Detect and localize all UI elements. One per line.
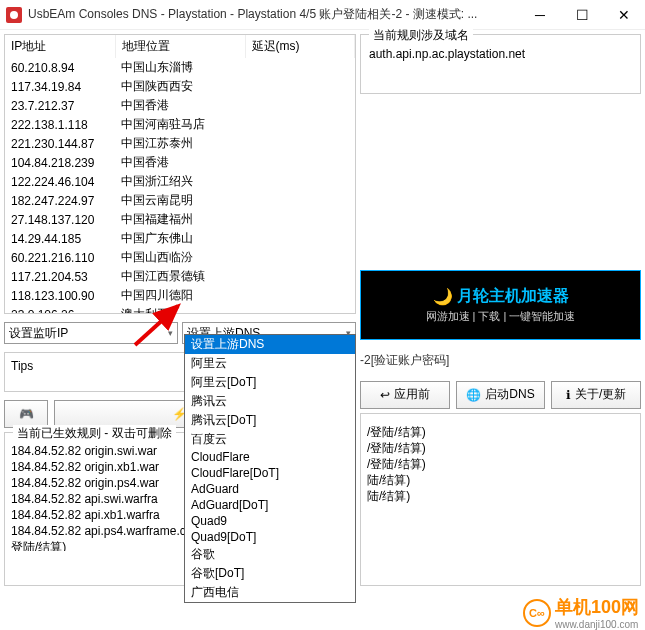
rules-tail-list: /登陆/结算)/登陆/结算)/登陆/结算)陆/结算)陆/结算) (365, 422, 636, 532)
domain-title: 当前规则涉及域名 (369, 27, 473, 44)
table-row[interactable]: 182.247.224.97中国云南昆明 (5, 191, 355, 210)
titlebar: UsbEAm Consoles DNS - Playstation - Play… (0, 0, 645, 30)
table-row[interactable]: 23.7.212.37中国香港 (5, 96, 355, 115)
apply-before-button[interactable]: ↩ 应用前 (360, 381, 450, 409)
minimize-button[interactable]: ─ (519, 0, 561, 30)
column-header[interactable]: IP地址 (5, 35, 115, 58)
help-text: -2[验证账户密码] (360, 352, 641, 369)
dropdown-item[interactable]: CloudFlare[DoT] (185, 465, 355, 481)
rule-tail: /登陆/结算) (367, 424, 634, 440)
rules-title: 当前已生效规则 - 双击可删除 (13, 425, 176, 442)
table-row[interactable]: 117.21.204.53中国江西景德镇 (5, 267, 355, 286)
table-row[interactable]: 222.138.1.118中国河南驻马店 (5, 115, 355, 134)
dropdown-item[interactable]: 腾讯云[DoT] (185, 411, 355, 430)
window-title: UsbEAm Consoles DNS - Playstation - Play… (28, 6, 519, 23)
close-button[interactable]: ✕ (603, 0, 645, 30)
table-row[interactable]: 14.29.44.185中国广东佛山 (5, 229, 355, 248)
dropdown-item[interactable]: 阿里云 (185, 354, 355, 373)
moon-icon: 🌙 (433, 287, 453, 306)
footer-watermark: C∞ 单机100网 www.danji100.com (523, 595, 639, 630)
ad-title: 月轮主机加速器 (457, 286, 569, 307)
dropdown-item[interactable]: 谷歌[DoT] (185, 564, 355, 583)
gamepad-icon: 🎮 (19, 407, 34, 421)
rules-tail-group: /登陆/结算)/登陆/结算)/登陆/结算)陆/结算)陆/结算) (360, 413, 641, 587)
dropdown-item[interactable]: 阿里云[DoT] (185, 373, 355, 392)
table-row[interactable]: 221.230.144.87中国江苏泰州 (5, 134, 355, 153)
dropdown-item[interactable]: 设置上游DNS (185, 335, 355, 354)
rule-tail: 陆/结算) (367, 472, 634, 488)
footer-url: www.danji100.com (555, 619, 639, 630)
dropdown-item[interactable]: AdGuard (185, 481, 355, 497)
dropdown-item[interactable]: 广西电信 (185, 583, 355, 602)
footer-logo-icon: C∞ (523, 599, 551, 627)
table-row[interactable]: 122.224.46.104中国浙江绍兴 (5, 172, 355, 191)
gamepad-button[interactable]: 🎮 (4, 400, 48, 428)
dropdown-item[interactable]: 百度云 (185, 430, 355, 449)
window-controls: ─ ☐ ✕ (519, 0, 645, 30)
dropdown-item[interactable]: Quad9 (185, 513, 355, 529)
ad-subtitle: 网游加速 | 下载 | 一键智能加速 (426, 309, 576, 324)
rule-tail: /登陆/结算) (367, 440, 634, 456)
table-row[interactable]: 60.221.216.110中国山西临汾 (5, 248, 355, 267)
listen-ip-label: 设置监听IP (9, 325, 68, 342)
table-row[interactable]: 104.84.218.239中国香港 (5, 153, 355, 172)
upstream-dns-dropdown[interactable]: 设置上游DNS阿里云阿里云[DoT]腾讯云腾讯云[DoT]百度云CloudFla… (184, 334, 356, 603)
dropdown-item[interactable]: CloudFlare (185, 449, 355, 465)
dropdown-item[interactable]: Quad9[DoT] (185, 529, 355, 545)
table-row[interactable]: 60.210.8.94中国山东淄博 (5, 58, 355, 77)
table-row[interactable]: 27.148.137.120中国福建福州 (5, 210, 355, 229)
arrow-icon: ↩ (380, 388, 390, 402)
maximize-button[interactable]: ☐ (561, 0, 603, 30)
info-icon: ℹ (566, 388, 571, 402)
about-button[interactable]: ℹ 关于/更新 (551, 381, 641, 409)
rule-tail: /登陆/结算) (367, 456, 634, 472)
ad-banner[interactable]: 🌙 月轮主机加速器 网游加速 | 下载 | 一键智能加速 (360, 270, 641, 340)
column-header[interactable]: 延迟(ms) (245, 35, 355, 58)
globe-icon: 🌐 (466, 388, 481, 402)
red-arrow-annotation (130, 300, 190, 350)
dropdown-item[interactable]: 谷歌 (185, 545, 355, 564)
dropdown-item[interactable]: 腾讯云 (185, 392, 355, 411)
svg-line-0 (135, 306, 178, 345)
rule-tail: 陆/结算) (367, 488, 634, 504)
domain-value: auth.api.np.ac.playstation.net (365, 43, 636, 65)
app-icon (6, 7, 22, 23)
tips-label: Tips (11, 359, 33, 373)
dropdown-item[interactable]: AdGuard[DoT] (185, 497, 355, 513)
table-row[interactable]: 117.34.19.84中国陕西西安 (5, 77, 355, 96)
ip-table[interactable]: IP地址地理位置延迟(ms) 60.210.8.94中国山东淄博117.34.1… (4, 34, 356, 314)
column-header[interactable]: 地理位置 (115, 35, 245, 58)
start-dns-button[interactable]: 🌐 启动DNS (456, 381, 546, 409)
domain-group: 当前规则涉及域名 auth.api.np.ac.playstation.net (360, 34, 641, 94)
footer-brand: 单机100网 (555, 595, 639, 619)
